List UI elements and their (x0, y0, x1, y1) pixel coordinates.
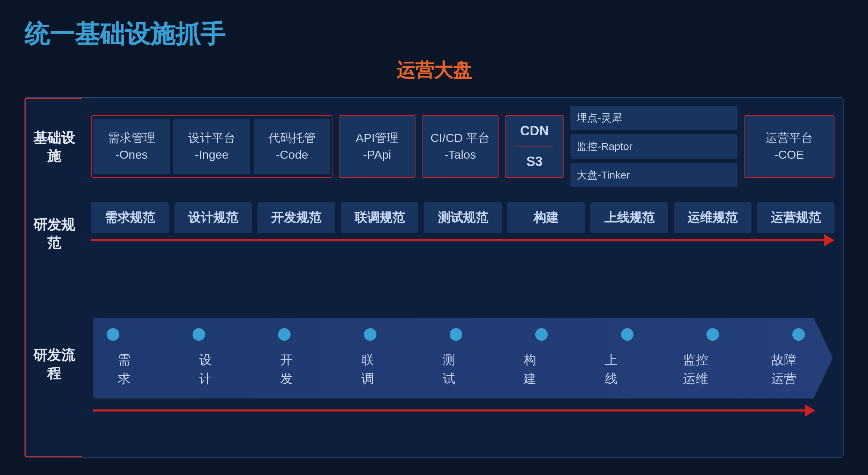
box-coe: 运营平台-COE (744, 115, 835, 178)
red-arrow-head (824, 234, 835, 247)
page-container: 统一基础设施抓手 运营大盘 基础设施 需求管理-Ones 设计平台-Ingee (0, 0, 868, 475)
box-talos: CI/CD 平台-Talos (422, 115, 499, 178)
flow-label-gzyn: 故障运营 (763, 350, 805, 388)
guifan-box-sxgf: 上线规范 (590, 202, 668, 233)
box-maidian-tinker: 大盘-Tinker (570, 163, 738, 187)
row-yanfa-liucheng: 研发流程 (25, 272, 843, 457)
guifan-red-arrow (91, 239, 835, 242)
guifan-boxes: 需求规范 设计规范 开发规范 联调规范 测试规范 构建 上线规范 运维规范 运营… (91, 202, 835, 233)
main-table: 基础设施 需求管理-Ones 设计平台-Ingee 代码托管-Code (24, 97, 844, 458)
liucheng-red-arrow-head (805, 404, 815, 417)
flow-label-kf: 开发 (269, 350, 304, 388)
sub-title: 运营大盘 (24, 58, 844, 83)
guifan-box-ltgf: 联调规范 (341, 202, 419, 233)
box-ones: 需求管理-Ones (93, 119, 170, 174)
flow-label-sj: 设计 (188, 350, 223, 388)
row-yanfa-guifan: 研发规范 需求规范 设计规范 开发规范 联调规范 测试规范 构建 上线规范 运维… (25, 195, 843, 272)
yanfa-guifan-content: 需求规范 设计规范 开发规范 联调规范 测试规范 构建 上线规范 运维规范 运营… (82, 195, 843, 272)
box-code: 代码托管-Code (254, 119, 330, 174)
liucheng-red-arrow-line (93, 409, 805, 412)
flow-blue-arrow: 需求 设计 开发 联调 测试 构建 上线 监控运维 故障运营 (93, 318, 833, 399)
box-cdn-s3: CDN S3 (505, 115, 564, 178)
flow-label-cs: 测试 (432, 350, 466, 388)
box-s3: S3 (522, 146, 547, 177)
flow-dot-3 (278, 328, 291, 341)
flow-dots-row (107, 328, 815, 341)
flow-dot-4 (364, 328, 376, 341)
guifan-box-sjgf: 设计规范 (174, 202, 252, 233)
yanfa-liucheng-content: 需求 设计 开发 联调 测试 构建 上线 监控运维 故障运营 (82, 272, 843, 457)
box-maidian-linxi: 埋点-灵犀 (570, 106, 738, 130)
flow-dot-6 (535, 328, 548, 341)
row-jichusheshi: 基础设施 需求管理-Ones 设计平台-Ingee 代码托管-Code (25, 98, 843, 195)
guifan-box-yngf: 运营规范 (757, 202, 835, 233)
box-cdn: CDN (516, 116, 553, 147)
liucheng-red-arrow (93, 409, 815, 412)
guifan-box-jj: 构建 (507, 202, 585, 233)
flow-dot-9 (792, 328, 805, 341)
box-maidian-raptor: 监控-Raptor (570, 134, 738, 159)
flow-dot-2 (193, 328, 205, 341)
flow-labels-row: 需求 设计 开发 联调 测试 构建 上线 监控运维 故障运营 (107, 350, 815, 388)
label-yanfa-guifan-text: 研发规范 (29, 216, 78, 252)
label-yanfa-liucheng: 研发流程 (25, 272, 82, 457)
label-jichusheshi-text: 基础设施 (29, 129, 78, 165)
flow-label-lt: 联调 (350, 350, 385, 388)
guifan-box-xqgf: 需求规范 (91, 202, 169, 233)
page-title: 统一基础设施抓手 (24, 17, 844, 51)
flow-label-gj: 构建 (512, 350, 547, 388)
guifan-box-ywgf: 运维规范 (674, 202, 751, 233)
flow-label-sx: 上线 (594, 350, 629, 388)
box-papi: API管理-PApi (339, 115, 416, 178)
box-ingee: 设计平台-Ingee (173, 119, 250, 174)
box-right-group: 埋点-灵犀 监控-Raptor 大盘-Tinker (570, 106, 738, 187)
label-yanfa-liucheng-text: 研发流程 (29, 346, 78, 382)
jichusheshi-content: 需求管理-Ones 设计平台-Ingee 代码托管-Code API管理-PAp… (82, 98, 843, 195)
flow-dot-1 (107, 328, 119, 341)
label-jichusheshi: 基础设施 (25, 98, 82, 195)
flow-dot-8 (706, 328, 719, 341)
group-ones-ingee-code: 需求管理-Ones 设计平台-Ingee 代码托管-Code (91, 115, 332, 178)
flow-dot-5 (450, 328, 462, 341)
flow-dot-7 (621, 328, 634, 341)
red-arrow-line (91, 239, 824, 241)
flow-label-jkyw: 监控运维 (675, 350, 717, 388)
guifan-box-csgf: 测试规范 (424, 202, 502, 233)
guifan-box-kfgf: 开发规范 (257, 202, 335, 233)
label-yanfa-guifan: 研发规范 (25, 195, 82, 272)
flow-label-xq: 需求 (107, 350, 142, 388)
